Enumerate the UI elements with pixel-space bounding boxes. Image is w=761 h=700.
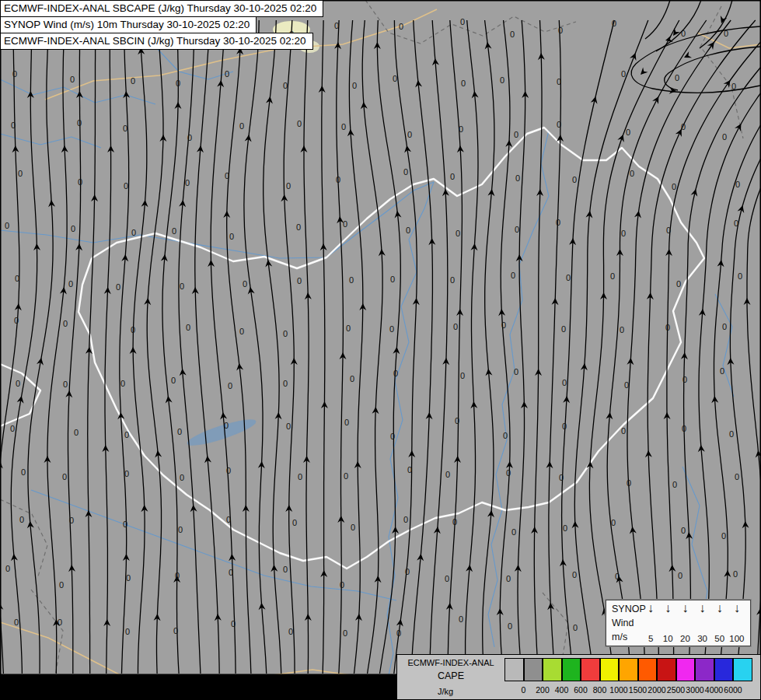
weather-map: 0000000000000000000000000000000000000000…: [0, 0, 761, 675]
station-value-label: 0: [18, 169, 23, 178]
station-value-label: 0: [455, 416, 459, 425]
station-value-label: 0: [126, 573, 131, 583]
station-value-label: 0: [286, 422, 291, 431]
station-value-label: 0: [124, 181, 128, 191]
cape-tick-label: 2500: [667, 685, 685, 695]
station-value-label: 0: [390, 275, 395, 284]
station-value-label: 0: [77, 118, 82, 128]
title-line-wind: SYNOP Wind (m/s) 10m Thursday 30-10-2025…: [0, 16, 257, 33]
station-value-label: 0: [15, 274, 19, 283]
cape-tick-label: 1500: [629, 685, 647, 695]
station-value-label: 0: [501, 320, 506, 330]
cape-color-swatch: [524, 658, 543, 681]
cape-color-swatch: [714, 658, 734, 681]
station-value-label: 0: [403, 167, 408, 177]
station-value-label: 0: [68, 279, 73, 289]
cape-legend-model: ECMWF-INDEX-ANAL: [399, 658, 503, 667]
station-value-label: 0: [405, 567, 410, 576]
station-value-label: 0: [70, 75, 75, 84]
station-value-label: 0: [336, 175, 340, 184]
cape-legend: ECMWF-INDEX-ANAL CAPE J/kg 0200400600800…: [396, 654, 761, 700]
station-value-label: 0: [511, 271, 515, 280]
station-value-label: 0: [11, 121, 16, 130]
station-value-label: 0: [503, 431, 508, 440]
station-value-label: 0: [724, 29, 728, 38]
station-value-label: 0: [187, 133, 192, 142]
station-value-label: 0: [225, 69, 229, 79]
station-value-label: 0: [666, 226, 671, 235]
station-value-label: 0: [665, 323, 670, 332]
streamline-map-canvas: 0000000000000000000000000000000000000000…: [0, 0, 761, 675]
wind-arrow-icon: ↓: [728, 602, 745, 614]
station-value-label: 0: [283, 81, 288, 90]
title-line-sbcin: ECMWF-INDEX-ANAL SBCIN (J/kg) Thursday 3…: [0, 33, 313, 50]
station-value-label: 0: [21, 467, 26, 477]
station-value-label: 0: [123, 520, 127, 529]
cape-tick-label: 4000: [705, 685, 723, 695]
station-value-label: 0: [672, 182, 676, 191]
cape-tick-label: 600: [574, 685, 588, 695]
station-value-label: 0: [131, 76, 135, 86]
cape-tick-label: 0: [522, 685, 526, 695]
station-value-label: 0: [681, 29, 686, 38]
station-value-label: 0: [445, 574, 449, 583]
station-value-label: 0: [292, 518, 297, 527]
station-value-label: 0: [340, 580, 344, 590]
station-value-label: 0: [624, 380, 629, 390]
station-value-label: 0: [407, 130, 412, 139]
station-value-label: 0: [735, 180, 740, 189]
station-value-label: 0: [556, 218, 560, 227]
station-value-label: 0: [506, 574, 511, 583]
station-value-label: 0: [239, 121, 244, 131]
station-value-label: 0: [226, 515, 231, 524]
station-value-label: 0: [390, 432, 395, 441]
station-value-label: 0: [722, 132, 727, 142]
cape-color-swatch: [619, 658, 638, 681]
station-value-label: 0: [226, 466, 231, 475]
cape-color-swatch: [600, 658, 620, 681]
station-value-label: 0: [131, 228, 136, 237]
station-value-label: 0: [177, 427, 182, 436]
station-value-label: 0: [731, 82, 736, 91]
cape-legend-unit: J/kg: [438, 687, 453, 696]
cape-color-swatch: [504, 658, 524, 681]
station-value-label: 0: [349, 275, 354, 285]
station-value-label: 0: [180, 473, 184, 482]
station-value-label: 0: [500, 75, 504, 85]
station-value-label: 0: [514, 130, 518, 139]
station-value-label: 0: [123, 124, 127, 133]
wind-legend-scale: ↓↓↓↓↓↓ 510203050100: [642, 600, 750, 646]
station-value-label: 0: [738, 271, 742, 281]
station-value-label: 0: [403, 515, 408, 524]
station-value-label: 0: [62, 472, 67, 481]
cape-color-scale: [504, 658, 752, 681]
wind-speed-values: 510203050100: [642, 634, 745, 643]
cape-color-swatch: [657, 658, 676, 681]
station-value-label: 0: [125, 627, 130, 636]
station-value-label: 0: [10, 424, 15, 433]
station-value-label: 0: [722, 322, 727, 331]
station-value-label: 0: [389, 324, 394, 334]
station-value-label: 0: [393, 369, 398, 378]
cape-color-swatch: [695, 658, 714, 681]
cape-tick-label: 6000: [724, 685, 742, 695]
cape-color-swatch: [638, 658, 658, 681]
station-value-label: 0: [283, 565, 288, 574]
station-value-label: 0: [559, 473, 564, 482]
station-value-label: 0: [225, 171, 229, 180]
station-value-label: 0: [12, 69, 17, 79]
station-value-label: 0: [563, 523, 567, 533]
station-value-label: 0: [460, 17, 465, 26]
wind-speed-label: 20: [676, 634, 693, 643]
station-value-label: 0: [406, 226, 410, 235]
station-value-label: 0: [558, 26, 563, 35]
cape-tick-label: 2000: [648, 685, 665, 695]
station-value-label: 0: [178, 525, 183, 534]
wind-speed-label: 5: [642, 634, 659, 643]
station-value-label: 0: [721, 531, 726, 541]
station-value-label: 0: [510, 30, 515, 39]
station-value-label: 0: [557, 77, 561, 86]
station-value-label: 0: [620, 325, 624, 334]
wind-arrow-icon: ↓: [693, 602, 710, 614]
station-value-label: 0: [511, 527, 516, 537]
